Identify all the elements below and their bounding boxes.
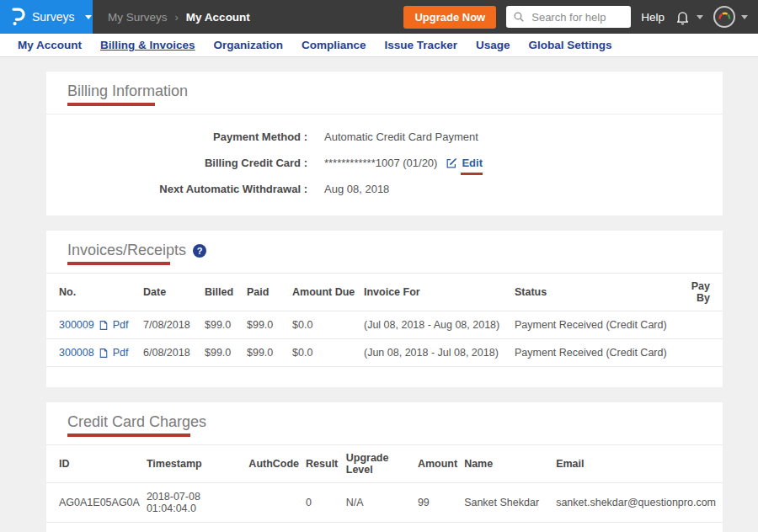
tab-organization[interactable]: Organization xyxy=(205,39,293,51)
column-header: Name xyxy=(464,445,556,483)
invoice-date: 7/08/2018 xyxy=(143,311,205,339)
column-header: Result xyxy=(306,445,346,483)
edit-credit-card-link[interactable]: Edit xyxy=(462,157,483,169)
charge-result: 0 xyxy=(306,523,346,532)
notifications-button[interactable] xyxy=(675,9,703,25)
invoice-paid: $99.0 xyxy=(247,339,292,367)
account-nav: My Account Billing & Invoices Organizati… xyxy=(0,34,758,57)
pdf-file-icon xyxy=(99,348,109,359)
billing-credit-card-row: Billing Credit Card : ************1007 (… xyxy=(46,150,723,176)
column-header: Amount xyxy=(418,445,464,483)
column-header: Status xyxy=(515,274,679,311)
help-icon[interactable]: ? xyxy=(193,244,206,258)
invoice-status: Payment Received (Credit Card) xyxy=(515,339,679,367)
tab-issue-tracker[interactable]: Issue Tracker xyxy=(376,39,467,51)
invoice-number-link[interactable]: 300008 xyxy=(59,347,94,359)
search-input[interactable] xyxy=(530,10,624,24)
column-header: No. xyxy=(46,274,143,311)
table-row: AA5C5C5AG0A 2018-06-08 01:04:08.0 0 N/A … xyxy=(46,523,723,532)
questionpro-logo-icon xyxy=(10,8,25,26)
next-withdrawal-row: Next Automatic Withdrawal : Aug 08, 2018 xyxy=(46,176,723,202)
invoices-table: No. Date Billed Paid Amount Due Invoice … xyxy=(46,273,723,367)
charge-upgrade-level: N/A xyxy=(346,523,418,532)
payment-method-row: Payment Method : Automatic Credit Card P… xyxy=(46,124,723,150)
invoice-pdf-link[interactable]: Pdf xyxy=(113,347,129,359)
column-header: Date xyxy=(143,274,205,311)
payment-method-value: Automatic Credit Card Payment xyxy=(324,130,478,143)
invoice-pdf-link[interactable]: Pdf xyxy=(113,319,129,331)
tab-global-settings[interactable]: Global Settings xyxy=(519,39,621,51)
pdf-file-icon xyxy=(99,320,109,331)
column-header: Upgrade Level xyxy=(346,445,418,483)
invoice-for: (Jun 08, 2018 - Jul 08, 2018) xyxy=(364,339,515,367)
top-bar: Surveys My Surveys › My Account Upgrade … xyxy=(0,0,758,34)
invoice-for: (Jul 08, 2018 - Aug 08, 2018) xyxy=(364,311,515,339)
charge-authcode xyxy=(248,483,306,523)
invoice-billed: $99.0 xyxy=(205,311,247,339)
bell-icon xyxy=(675,9,691,25)
invoices-receipts-title: Invoices/Receipts xyxy=(67,242,186,259)
charge-email: sanket.shekdar@questionpro.com xyxy=(556,483,723,523)
invoice-amount-due: $0.0 xyxy=(292,311,364,339)
table-row: 300009 Pdf 7/08/2018 $99.0 $99.0 $0.0 xyxy=(46,311,723,339)
credit-card-charges-panel: Credit Card Charges ID Timestamp AuthCod… xyxy=(46,402,723,532)
breadcrumb-parent[interactable]: My Surveys xyxy=(108,11,168,24)
topbar-actions: Upgrade Now Help xyxy=(403,6,758,29)
column-header: Amount Due xyxy=(292,274,364,311)
tab-my-account[interactable]: My Account xyxy=(8,39,91,51)
invoice-status: Payment Received (Credit Card) xyxy=(515,311,679,339)
charge-result: 0 xyxy=(306,483,346,523)
column-header: Email xyxy=(556,445,723,483)
edit-icon xyxy=(446,157,457,169)
credit-card-masked-value: ************1007 (01/20) xyxy=(324,157,437,169)
annotation-underline xyxy=(461,173,483,175)
invoice-pay-by xyxy=(679,311,723,339)
invoice-number-link[interactable]: 300009 xyxy=(59,319,94,331)
charge-timestamp: 2018-07-08 01:04:04.0 xyxy=(147,483,248,523)
table-row: AG0A1E05AG0A 2018-07-08 01:04:04.0 0 N/A… xyxy=(46,483,723,523)
column-header: Pay By xyxy=(679,274,723,311)
tab-billing-invoices[interactable]: Billing & Invoices xyxy=(91,39,205,51)
annotation-underline xyxy=(67,262,170,265)
charge-amount: 99 xyxy=(418,523,464,532)
table-header-row: ID Timestamp AuthCode Result Upgrade Lev… xyxy=(46,445,723,483)
field-label: Payment Method : xyxy=(46,130,307,143)
charge-timestamp: 2018-06-08 01:04:08.0 xyxy=(147,523,248,532)
help-search[interactable] xyxy=(506,6,631,28)
table-header-row: No. Date Billed Paid Amount Due Invoice … xyxy=(46,274,723,311)
help-link[interactable]: Help xyxy=(641,11,665,24)
charge-id: AG0A1E05AG0A xyxy=(46,483,147,523)
product-name: Surveys xyxy=(32,10,75,24)
charge-email: sanket.shekdar@questionpro.com xyxy=(556,523,723,532)
product-switcher[interactable]: Surveys xyxy=(0,0,93,34)
annotation-underline xyxy=(67,103,155,106)
column-header: Invoice For xyxy=(364,274,515,311)
billing-information-panel: Billing Information Payment Method : Aut… xyxy=(46,72,723,215)
charges-table: ID Timestamp AuthCode Result Upgrade Lev… xyxy=(46,444,723,532)
field-label: Billing Credit Card : xyxy=(46,157,307,169)
invoice-amount-due: $0.0 xyxy=(292,339,364,367)
invoices-receipts-panel: Invoices/Receipts ? No. Date Billed Paid… xyxy=(46,231,723,387)
breadcrumb-current: My Account xyxy=(186,11,250,24)
search-icon xyxy=(513,11,525,23)
annotation-underline xyxy=(67,434,190,437)
breadcrumb: My Surveys › My Account xyxy=(108,11,250,24)
table-row: 300008 Pdf 6/08/2018 $99.0 $99.0 $0.0 xyxy=(46,339,723,367)
chevron-down-icon xyxy=(741,15,748,19)
chevron-down-icon xyxy=(697,15,703,19)
invoice-pay-by xyxy=(679,339,723,367)
charge-upgrade-level: N/A xyxy=(346,483,418,523)
chevron-down-icon xyxy=(85,15,92,19)
charge-authcode xyxy=(248,523,306,532)
invoice-date: 6/08/2018 xyxy=(143,339,205,367)
tab-usage[interactable]: Usage xyxy=(467,39,520,51)
account-menu-button[interactable] xyxy=(713,6,748,28)
credit-card-charges-title: Credit Card Charges xyxy=(67,413,206,431)
breadcrumb-separator-icon: › xyxy=(175,11,179,24)
tab-compliance[interactable]: Compliance xyxy=(292,39,376,51)
column-header: Paid xyxy=(247,274,292,311)
column-header: Billed xyxy=(205,274,247,311)
charge-name: Sanket Shekdar xyxy=(464,483,556,523)
billing-information-title: Billing Information xyxy=(67,82,188,100)
upgrade-now-button[interactable]: Upgrade Now xyxy=(403,6,496,29)
